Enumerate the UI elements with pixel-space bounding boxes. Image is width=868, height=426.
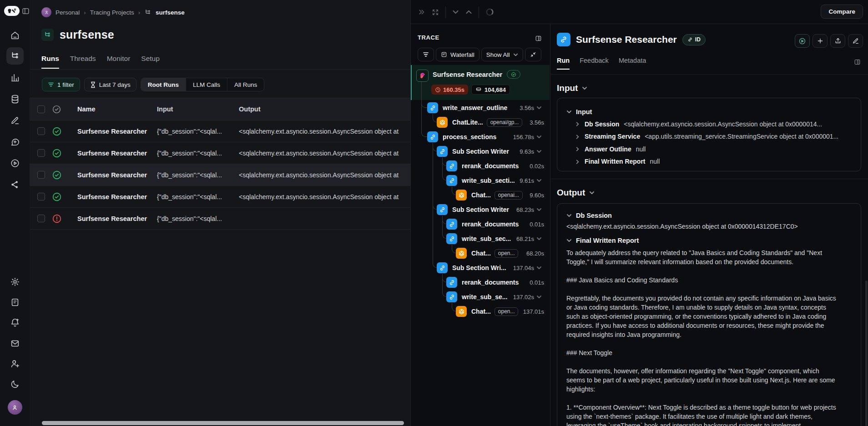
trace-row-SubSectionWriter[interactable]: Sub Section Writer 68.23s bbox=[411, 202, 550, 217]
output-db-session-node[interactable]: Db Session bbox=[566, 210, 852, 221]
share-button[interactable] bbox=[830, 34, 845, 48]
trace-row-ChatLite[interactable]: ChatLite...openai/gp... 3.56s bbox=[411, 115, 550, 130]
trace-row-SubSectionWriter[interactable]: Sub Section Writer 9.63s bbox=[411, 144, 550, 159]
panel-split-icon[interactable] bbox=[854, 59, 861, 65]
panel-split-icon[interactable] bbox=[535, 35, 542, 42]
tab-threads[interactable]: Threads bbox=[70, 55, 96, 69]
row-checkbox[interactable] bbox=[37, 149, 45, 157]
tab-setup[interactable]: Setup bbox=[141, 55, 160, 69]
tab-monitor[interactable]: Monitor bbox=[107, 55, 131, 69]
column-input[interactable]: Input bbox=[157, 105, 173, 113]
input-field-row[interactable]: Streaming Service<app.utils.streaming_se… bbox=[566, 130, 852, 143]
show-all-dropdown[interactable]: Show All bbox=[481, 48, 523, 61]
date-range-chip[interactable]: Last 7 days bbox=[84, 78, 136, 91]
trace-row-rerank_documents[interactable]: rerank_documents 0.01s bbox=[411, 217, 550, 231]
breadcrumb-personal[interactable]: Personal bbox=[56, 9, 80, 16]
trace-row-rerank_documents[interactable]: rerank_documents 0.01s bbox=[411, 275, 550, 290]
run-tab-run[interactable]: Run bbox=[557, 57, 570, 70]
input-field-row[interactable]: Answer Outlinenull bbox=[566, 143, 852, 155]
input-section-label[interactable]: Input bbox=[557, 83, 587, 93]
workspace-avatar[interactable] bbox=[41, 7, 51, 17]
sidebar-item-play-circle[interactable] bbox=[0, 158, 30, 169]
trace-row-write_sub_se[interactable]: write_sub_se... 137.02s bbox=[411, 290, 550, 304]
vertical-scrollbar[interactable] bbox=[865, 281, 868, 426]
collapse-all-button[interactable] bbox=[525, 48, 541, 61]
funnel-icon bbox=[48, 82, 54, 87]
trace-row-Chat[interactable]: Chat...open... 137.01s bbox=[411, 304, 550, 319]
collapse-panel-icon[interactable] bbox=[418, 8, 425, 16]
segment-llm-calls[interactable]: LLM Calls bbox=[186, 78, 227, 91]
breadcrumb-tracing-projects[interactable]: Tracing Projects bbox=[90, 9, 134, 16]
sidebar-item-home[interactable] bbox=[0, 30, 30, 41]
run-tab-metadata[interactable]: Metadata bbox=[619, 57, 646, 70]
langsmith-logo[interactable] bbox=[4, 6, 20, 16]
expand-icon[interactable] bbox=[432, 9, 439, 16]
next-run-icon[interactable] bbox=[465, 9, 472, 15]
trace-row-process_sections[interactable]: process_sections 156.78s bbox=[411, 130, 550, 144]
prev-run-icon[interactable] bbox=[452, 9, 459, 15]
segment-all-runs[interactable]: All Runs bbox=[227, 78, 264, 91]
trace-row-Chat[interactable]: Chat...openai... 9.60s bbox=[411, 188, 550, 202]
tracing-project-icon bbox=[41, 29, 54, 41]
sidebar-item-user-plus[interactable] bbox=[0, 358, 30, 369]
run-output-cell: <sqlalchemy.ext.asyncio.session.AsyncSes… bbox=[239, 193, 410, 200]
trace-row-write_sub_secti[interactable]: write_sub_secti... 9.61s bbox=[411, 173, 550, 188]
sidebar-item-mail[interactable] bbox=[0, 338, 30, 349]
add-button[interactable] bbox=[812, 34, 828, 48]
sidebar-item-message-plus[interactable] bbox=[0, 136, 30, 147]
model-badge: open... bbox=[495, 249, 519, 258]
trace-filter-button[interactable] bbox=[418, 48, 434, 61]
sidebar-item-bell-plus[interactable] bbox=[0, 317, 30, 328]
column-name[interactable]: Name bbox=[77, 105, 96, 113]
left-rail bbox=[0, 0, 30, 426]
waterfall-button[interactable]: Waterfall bbox=[436, 48, 479, 61]
input-field-row[interactable]: Db Session<sqlalchemy.ext.asyncio.sessio… bbox=[566, 118, 852, 130]
table-row[interactable]: Surfsense Researcher {"db_session":"<sql… bbox=[30, 164, 410, 186]
run-tab-feedback[interactable]: Feedback bbox=[580, 57, 609, 70]
success-icon bbox=[52, 170, 62, 180]
output-report-node[interactable]: Final Written Report bbox=[566, 235, 852, 246]
trace-row-write_answer_outline[interactable]: write_answer_outline 3.56s bbox=[411, 100, 550, 115]
annotate-button[interactable] bbox=[848, 34, 863, 48]
table-row[interactable]: Surfsense Researcher {"db_session":"<sql… bbox=[30, 120, 410, 142]
table-row[interactable]: Surfsense Researcher {"db_session":"<sql… bbox=[30, 142, 410, 164]
trace-row-Chat[interactable]: Chat...open... 68.20s bbox=[411, 246, 550, 261]
trace-row-write_sub_sec[interactable]: write_sub_sec... 68.21s bbox=[411, 231, 550, 246]
row-checkbox[interactable] bbox=[37, 127, 45, 135]
trace-root-row[interactable]: Surfsense Researcher 160.35s104,684 bbox=[411, 65, 550, 100]
input-field-row[interactable]: Final Written Reportnull bbox=[566, 155, 852, 168]
sidebar-item-tracing[interactable] bbox=[0, 47, 30, 65]
user-avatar[interactable] bbox=[0, 400, 30, 415]
link-icon bbox=[687, 37, 693, 42]
column-output[interactable]: Output bbox=[239, 105, 410, 113]
status-column-icon[interactable] bbox=[52, 105, 61, 114]
input-card: Input Db Session<sqlalchemy.ext.asyncio.… bbox=[557, 98, 861, 171]
table-row[interactable]: Surfsense Researcher {"db_session":"<sql… bbox=[30, 186, 410, 208]
sidebar-item-gear[interactable] bbox=[0, 276, 30, 287]
sidebar-item-share-nodes[interactable] bbox=[0, 179, 30, 190]
select-all-checkbox[interactable] bbox=[37, 105, 45, 113]
sidebar-item-doc[interactable] bbox=[0, 297, 30, 308]
filter-chip[interactable]: 1 filter bbox=[42, 78, 80, 91]
sidebar-item-pencil[interactable] bbox=[0, 115, 30, 126]
row-checkbox[interactable] bbox=[37, 171, 45, 179]
success-badge bbox=[507, 70, 520, 79]
horizontal-scrollbar[interactable] bbox=[42, 421, 404, 425]
output-section-label[interactable]: Output bbox=[557, 188, 595, 198]
trace-row-SubSectionWri[interactable]: Sub Section Wri... 137.04s bbox=[411, 261, 550, 275]
sidebar-item-database[interactable] bbox=[0, 94, 30, 105]
sidebar-collapse-icon[interactable] bbox=[22, 7, 30, 15]
segment-root-runs[interactable]: Root Runs bbox=[141, 78, 186, 91]
trace-row-rerank_documents[interactable]: rerank_documents 0.02s bbox=[411, 159, 550, 173]
row-checkbox[interactable] bbox=[37, 215, 45, 222]
input-root-node[interactable]: Input bbox=[566, 105, 852, 118]
sidebar-item-bar-chart[interactable] bbox=[0, 72, 30, 83]
run-id-pill[interactable]: ID bbox=[682, 34, 706, 45]
playground-button[interactable] bbox=[795, 34, 810, 48]
table-row[interactable]: Surfsense Researcher {"db_session":"<sql… bbox=[30, 208, 410, 230]
compare-button[interactable]: Compare bbox=[821, 5, 863, 19]
row-checkbox[interactable] bbox=[37, 193, 45, 200]
tab-runs[interactable]: Runs bbox=[41, 55, 59, 69]
sidebar-item-moon[interactable] bbox=[0, 379, 30, 390]
breadcrumb-project[interactable]: surfsense bbox=[156, 9, 185, 16]
